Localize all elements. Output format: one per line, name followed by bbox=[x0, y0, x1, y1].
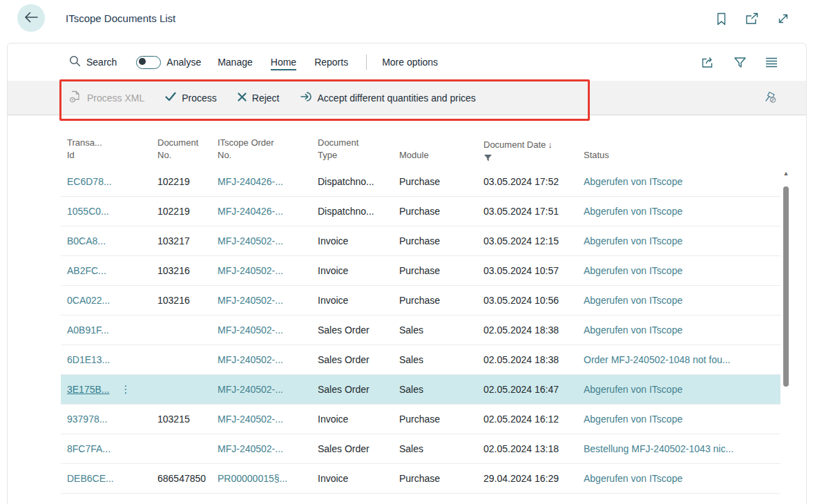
cell-transaction-id[interactable]: 937978... bbox=[67, 414, 157, 425]
menu-home[interactable]: Home bbox=[271, 54, 296, 70]
list-view-icon[interactable] bbox=[765, 55, 778, 69]
filter-icon[interactable] bbox=[733, 55, 747, 69]
cell-order-no[interactable]: MFJ-240502-... bbox=[218, 414, 318, 425]
cell-order-no[interactable]: MFJ-240502-... bbox=[218, 324, 318, 336]
cell-transaction-id[interactable]: 6D1E13... bbox=[67, 354, 157, 365]
column-header-module[interactable]: Module bbox=[399, 149, 483, 162]
cell-transaction-id[interactable]: 1055C0... bbox=[67, 206, 157, 217]
cell-transaction-id[interactable]: AB2FC... bbox=[67, 265, 157, 276]
accept-different-quantities-label: Accept different quantities and prices bbox=[318, 93, 476, 104]
process-xml-button[interactable]: Process XML bbox=[69, 90, 144, 105]
cell-status[interactable]: Abgerufen von ITscope bbox=[584, 235, 780, 246]
more-options-button[interactable]: More options bbox=[382, 54, 438, 70]
cell-status[interactable]: Abgerufen von ITscope bbox=[584, 384, 780, 395]
analyse-toggle[interactable] bbox=[136, 56, 161, 69]
cell-document-no: 103215 bbox=[157, 414, 218, 425]
vertical-scrollbar[interactable] bbox=[782, 170, 790, 501]
column-header-document-type[interactable]: DocumentType bbox=[318, 137, 399, 162]
x-icon bbox=[238, 93, 247, 104]
toolbar-right-icons bbox=[701, 55, 778, 69]
table-row[interactable]: 3E175B...MFJ-240502-...Sales OrderSales0… bbox=[61, 375, 780, 405]
cell-transaction-id[interactable]: 3E175B... bbox=[67, 383, 157, 396]
cell-document-no: 102219 bbox=[157, 206, 218, 217]
cell-document-type: Sales Order bbox=[318, 443, 399, 454]
search-button[interactable]: Search bbox=[69, 55, 117, 69]
column-header-transaction-id[interactable]: Transa...Id bbox=[67, 137, 157, 162]
expand-icon[interactable] bbox=[776, 12, 790, 26]
cell-order-no[interactable]: MFJ-240426-... bbox=[218, 176, 318, 187]
cell-document-date: 03.05.2024 10:57 bbox=[483, 265, 584, 276]
cell-status[interactable]: Order MFJ-240502-1048 not fou... bbox=[584, 354, 780, 365]
table-row[interactable]: A0B91F...MFJ-240502-...Sales OrderSales0… bbox=[61, 316, 780, 345]
analyse-toggle-group: Analyse bbox=[136, 56, 201, 69]
cell-status[interactable]: Abgerufen von ITscope bbox=[584, 176, 780, 187]
cell-status[interactable]: Abgerufen von ITscope bbox=[584, 473, 780, 484]
column-header-itscope-order-no[interactable]: ITscope OrderNo. bbox=[218, 137, 318, 162]
analyse-label: Analyse bbox=[166, 57, 201, 68]
cell-module: Purchase bbox=[399, 206, 483, 217]
check-icon bbox=[165, 92, 176, 104]
cell-status[interactable]: Abgerufen von ITscope bbox=[584, 414, 780, 425]
menu-reports[interactable]: Reports bbox=[314, 54, 348, 70]
table-row[interactable]: 937978...103215MFJ-240502-...InvoicePurc… bbox=[61, 405, 780, 434]
column-filter-funnel-icon[interactable] bbox=[483, 153, 577, 162]
table-row[interactable]: 6D1E13...MFJ-240502-...Sales OrderSales0… bbox=[61, 345, 780, 375]
cell-document-no: 103216 bbox=[157, 295, 218, 306]
cell-module: Sales bbox=[399, 354, 483, 365]
table-row[interactable]: DEB6CE...686547850PR00000015§...InvoiceP… bbox=[61, 464, 780, 494]
cell-transaction-id[interactable]: B0CA8... bbox=[67, 235, 157, 246]
cell-status[interactable]: Bestellung MFJ-240502-1043 nic... bbox=[584, 443, 780, 454]
share-icon[interactable] bbox=[701, 55, 715, 69]
cell-order-no[interactable]: MFJ-240502-... bbox=[218, 235, 318, 246]
process-button[interactable]: Process bbox=[165, 92, 217, 104]
cell-document-type: Sales Order bbox=[318, 324, 399, 336]
unpin-icon[interactable] bbox=[763, 89, 778, 107]
table-row[interactable]: 0CA022...103216MFJ-240502-...InvoicePurc… bbox=[61, 286, 780, 316]
cell-document-type: Invoice bbox=[318, 235, 399, 246]
cell-order-no[interactable]: MFJ-240502-... bbox=[218, 384, 318, 395]
open-in-new-window-icon[interactable] bbox=[745, 12, 759, 26]
search-label: Search bbox=[86, 57, 117, 68]
cell-order-no[interactable]: MFJ-240502-... bbox=[218, 443, 318, 454]
cell-order-no[interactable]: MFJ-240502-... bbox=[218, 265, 318, 276]
cell-document-type: Invoice bbox=[318, 295, 399, 306]
cell-document-no: 102219 bbox=[157, 176, 218, 187]
accept-different-quantities-button[interactable]: Accept different quantities and prices bbox=[300, 91, 476, 104]
table-row[interactable]: AB2FC...103216MFJ-240502-...InvoicePurch… bbox=[61, 256, 780, 286]
cell-transaction-id[interactable]: 0CA022... bbox=[67, 295, 157, 306]
cell-order-no[interactable]: PR00000015§... bbox=[218, 473, 318, 484]
row-context-menu-icon[interactable] bbox=[121, 383, 131, 395]
process-xml-icon bbox=[69, 90, 82, 105]
reject-button[interactable]: Reject bbox=[238, 93, 280, 104]
cell-transaction-id[interactable]: 8FC7FA... bbox=[67, 443, 157, 454]
cell-order-no[interactable]: MFJ-240426-... bbox=[218, 206, 318, 217]
cell-document-type: Invoice bbox=[318, 473, 399, 484]
scroll-up-arrow-icon[interactable] bbox=[782, 170, 790, 177]
cell-status[interactable]: Abgerufen von ITscope bbox=[584, 324, 780, 336]
cell-transaction-id[interactable]: A0B91F... bbox=[67, 324, 157, 336]
sign-in-arrow-icon bbox=[300, 91, 312, 104]
cell-status[interactable]: Abgerufen von ITscope bbox=[584, 265, 780, 276]
toggle-knob bbox=[139, 58, 146, 65]
table-row[interactable]: B0CA8...103217MFJ-240502-...InvoicePurch… bbox=[61, 226, 780, 256]
back-arrow-icon bbox=[23, 11, 39, 26]
back-button[interactable] bbox=[17, 4, 45, 32]
cell-status[interactable]: Abgerufen von ITscope bbox=[584, 295, 780, 306]
cell-transaction-id[interactable]: DEB6CE... bbox=[67, 473, 157, 484]
cell-transaction-id[interactable]: EC6D78... bbox=[67, 176, 157, 187]
column-header-document-no[interactable]: DocumentNo. bbox=[157, 137, 218, 162]
table-row[interactable]: EC6D78...102219MFJ-240426-...Dispatchno.… bbox=[61, 167, 780, 197]
scrollbar-thumb[interactable] bbox=[783, 186, 789, 387]
cell-status[interactable]: Abgerufen von ITscope bbox=[584, 206, 780, 217]
column-header-document-date[interactable]: Document Date bbox=[483, 139, 584, 162]
cell-document-no: 103217 bbox=[157, 235, 218, 246]
table-row[interactable]: 8FC7FA...MFJ-240502-...Sales OrderSales0… bbox=[61, 434, 780, 464]
menu-manage[interactable]: Manage bbox=[218, 54, 253, 70]
bookmark-icon[interactable] bbox=[714, 12, 728, 26]
table-row[interactable]: 1055C0...102219MFJ-240426-...Dispatchno.… bbox=[61, 197, 780, 226]
cell-order-no[interactable]: MFJ-240502-... bbox=[218, 295, 318, 306]
cell-module: Sales bbox=[399, 324, 483, 336]
column-header-status[interactable]: Status bbox=[584, 149, 780, 162]
cell-module: Purchase bbox=[399, 295, 483, 306]
cell-order-no[interactable]: MFJ-240502-... bbox=[218, 354, 318, 365]
